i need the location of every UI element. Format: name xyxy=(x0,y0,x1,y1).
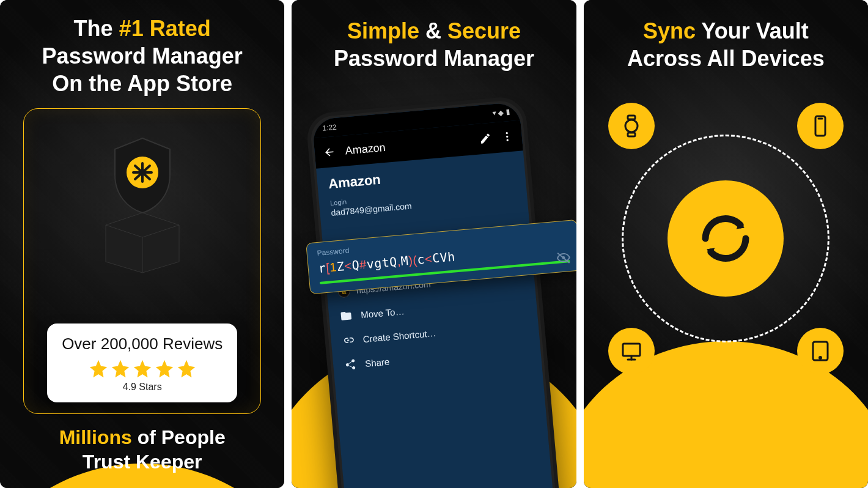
text: On the App Store xyxy=(52,71,232,96)
panel-simple-secure: Simple & Secure Password Manager 1:22 ▾ … xyxy=(292,0,576,488)
action-label: Create Shortcut… xyxy=(362,327,436,344)
text: The xyxy=(74,16,119,41)
star-icon xyxy=(132,358,153,379)
accent-text: Secure xyxy=(447,18,521,43)
svg-rect-8 xyxy=(628,116,635,119)
text: of People xyxy=(132,426,226,448)
star-icon xyxy=(110,358,131,379)
time-text: 1:22 xyxy=(322,123,337,133)
footer-p1: Millions of People Trust Keeper xyxy=(0,425,284,474)
share-row[interactable]: Share xyxy=(344,343,530,371)
accent-text: Sync xyxy=(643,18,696,43)
svg-rect-12 xyxy=(623,344,640,356)
svg-rect-9 xyxy=(628,133,635,136)
text: Password Manager xyxy=(42,43,243,68)
headline-p1: The #1 Rated Password Manager On the App… xyxy=(0,0,284,105)
star-rating xyxy=(57,358,227,379)
phone-icon xyxy=(808,114,833,138)
text: Across All Devices xyxy=(627,46,825,71)
reviews-title: Over 200,000 Reviews xyxy=(57,335,227,353)
accent-text: #1 Rated xyxy=(119,16,211,41)
create-shortcut-row[interactable]: Create Shortcut… xyxy=(342,319,528,347)
shield-pedestal xyxy=(90,136,194,274)
star-icon xyxy=(176,358,197,379)
phone-mockup: 1:22 ▾ ◆ ▮ Amazon Amazon Login dad7849@g… xyxy=(305,95,562,488)
reviews-card: Over 200,000 Reviews 4.9 Stars xyxy=(47,323,237,402)
brand-name: Keeper xyxy=(136,451,202,473)
svg-point-5 xyxy=(506,139,509,141)
appbar-title: Amazon xyxy=(345,141,386,157)
star-icon xyxy=(88,358,109,379)
accent-text: Millions xyxy=(59,426,132,448)
device-desktop xyxy=(608,328,655,374)
svg-point-7 xyxy=(625,120,638,132)
headline-p3: Sync Your Vault Across All Devices xyxy=(584,0,868,79)
pedestal-block-icon xyxy=(90,207,194,274)
panel-rated: The #1 Rated Password Manager On the App… xyxy=(0,0,284,488)
shield-icon xyxy=(109,136,176,215)
text: Password Manager xyxy=(334,46,534,71)
share-icon xyxy=(344,358,357,371)
more-icon[interactable] xyxy=(501,130,514,144)
svg-point-4 xyxy=(506,136,509,138)
move-to-row[interactable]: Move To… xyxy=(339,294,526,322)
sync-diagram xyxy=(584,98,868,379)
sync-icon xyxy=(692,205,759,272)
edit-icon[interactable] xyxy=(479,132,492,146)
back-icon[interactable] xyxy=(323,146,336,159)
headline-p2: Simple & Secure Password Manager xyxy=(292,0,576,79)
action-label: Share xyxy=(364,356,389,368)
tablet-icon xyxy=(808,339,833,363)
text: Your Vault xyxy=(696,18,809,43)
watch-icon xyxy=(619,114,644,138)
accent-text: Simple xyxy=(347,18,419,43)
device-tablet xyxy=(797,328,844,374)
sync-center xyxy=(668,180,784,297)
svg-point-3 xyxy=(506,132,508,135)
svg-point-16 xyxy=(819,357,821,359)
link-icon xyxy=(342,333,355,347)
showcase-card: Over 200,000 Reviews 4.9 Stars xyxy=(23,108,261,414)
visibility-off-icon[interactable] xyxy=(556,250,572,266)
panel-sync: Sync Your Vault Across All Devices xyxy=(584,0,868,488)
device-watch xyxy=(608,103,655,149)
action-label: Move To… xyxy=(360,306,405,320)
text: & xyxy=(419,18,447,43)
rating-text: 4.9 Stars xyxy=(57,382,227,393)
desktop-icon xyxy=(619,339,644,363)
device-phone xyxy=(797,103,844,149)
phone-screen: 1:22 ▾ ◆ ▮ Amazon Amazon Login dad7849@g… xyxy=(312,102,556,488)
star-icon xyxy=(154,358,175,379)
folder-icon xyxy=(339,309,353,323)
status-icons: ▾ ◆ ▮ xyxy=(492,108,510,117)
text: Trust xyxy=(83,451,136,473)
